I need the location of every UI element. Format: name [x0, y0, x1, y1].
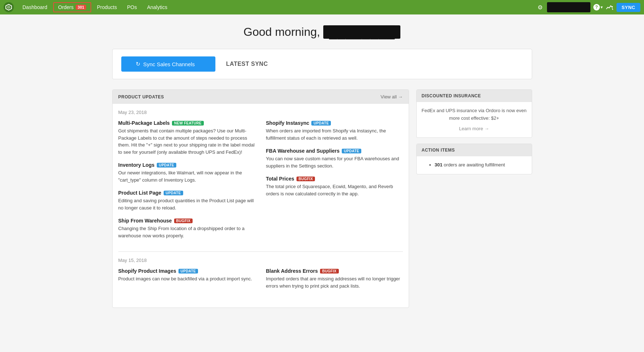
nav-dashboard[interactable]: Dashboard — [18, 3, 52, 12]
update-item-product-list: Product List Page UPDATE Editing and sav… — [118, 190, 255, 211]
greeting-text: Good morning, ████████ — [112, 25, 532, 39]
nav-orders[interactable]: Orders 301 — [53, 2, 91, 12]
nav-left: Dashboard Orders 301 Products POs Analyt… — [4, 2, 172, 12]
insurance-panel: DISCOUNTED INSURANCE FedEx and UPS insur… — [416, 89, 532, 138]
updates-column: PRODUCT UPDATES View all → May 23, 2018 … — [112, 89, 409, 308]
sidebar-column: DISCOUNTED INSURANCE FedEx and UPS insur… — [416, 89, 532, 180]
user-block[interactable] — [547, 2, 590, 12]
tag-update-2: UPDATE — [164, 191, 183, 195]
tag-bugfix-address: BUGFIX — [320, 269, 339, 273]
nav-products[interactable]: Products — [93, 3, 121, 12]
updates-body: May 23, 2018 Multi-Package Labels NEW FE… — [113, 104, 409, 308]
main-content: Good morning, ████████ ↻ Sync Sales Chan… — [105, 14, 539, 319]
tag-bugfix-prices: BUGFIX — [296, 177, 315, 181]
tag-bugfix: BUGFIX — [174, 219, 193, 223]
update-item-inventory-logs: Inventory Logs UPDATE Our newer integrat… — [118, 162, 255, 183]
view-all-link[interactable]: View all → — [380, 94, 403, 99]
tag-update-fba: UPDATE — [342, 149, 361, 153]
help-button[interactable]: ? ▾ — [593, 4, 603, 10]
update-item-total-prices: Total Prices BUGFIX The total price of S… — [266, 176, 403, 197]
nav-right: ⚙ ? ▾ SYNC — [536, 2, 640, 12]
update-grid-2: Shopify Product Images UPDATE Product im… — [118, 268, 403, 296]
action-item-orders: 301 orders are awaiting fulfillment — [435, 161, 527, 169]
settings-icon[interactable]: ⚙ — [536, 3, 544, 12]
tag-update-shopify-images: UPDATE — [178, 269, 198, 273]
update-item-fba-warehouse: FBA Warehouse and Suppliers UPDATE You c… — [266, 148, 403, 169]
updates-header: PRODUCT UPDATES View all → — [113, 90, 409, 104]
update-item-shopify-images: Shopify Product Images UPDATE Product im… — [118, 268, 255, 283]
metrics-icon[interactable] — [606, 4, 614, 10]
update-date-1: May 23, 2018 — [118, 110, 403, 115]
update-item-ship-from: Ship From Warehouse BUGFIX Changing the … — [118, 218, 255, 239]
tag-new-feature: NEW FEATURE — [172, 121, 204, 126]
orders-badge: 301 — [76, 5, 86, 10]
nav-analytics[interactable]: Analytics — [143, 3, 172, 12]
nav-pos[interactable]: POs — [123, 3, 141, 12]
tag-update-instasync: UPDATE — [311, 121, 331, 126]
update-item-multi-package: Multi-Package Labels NEW FEATURE Got shi… — [118, 120, 255, 156]
insurance-header: DISCOUNTED INSURANCE — [417, 90, 532, 102]
update-col-left: Multi-Package Labels NEW FEATURE Got shi… — [118, 120, 255, 246]
navbar: Dashboard Orders 301 Products POs Analyt… — [0, 0, 644, 14]
update-date-2: May 15, 2018 — [118, 258, 403, 263]
insurance-body: FedEx and UPS insurance via Ordoro is no… — [417, 102, 532, 137]
update-item-shopify-instasync: Shopify Instasync UPDATE When orders are… — [266, 120, 403, 141]
learn-more-link[interactable]: Learn more → — [422, 125, 527, 133]
tag-update: UPDATE — [157, 163, 176, 167]
user-name-redacted: ████████ — [323, 25, 400, 39]
update-grid-1: Multi-Package Labels NEW FEATURE Got shi… — [118, 120, 403, 246]
update-col-right-2: Blank Address Errors BUGFIX Imported ord… — [266, 268, 403, 296]
latest-sync-label: LATEST SYNC — [226, 61, 268, 67]
section-divider — [118, 251, 403, 252]
sync-icon: ↻ — [136, 61, 140, 67]
update-col-left-2: Shopify Product Images UPDATE Product im… — [118, 268, 255, 296]
product-updates-panel: PRODUCT UPDATES View all → May 23, 2018 … — [112, 89, 409, 308]
sync-nav-button[interactable]: SYNC — [616, 3, 640, 12]
sync-panel: ↻ Sync Sales Channels LATEST SYNC — [112, 49, 532, 79]
svg-marker-1 — [7, 5, 10, 9]
app-logo[interactable] — [4, 2, 14, 12]
action-items-body: 301 orders are awaiting fulfillment — [417, 156, 532, 174]
update-col-right: Shopify Instasync UPDATE When orders are… — [266, 120, 403, 246]
sync-channels-button[interactable]: ↻ Sync Sales Channels — [121, 56, 215, 72]
updates-title: PRODUCT UPDATES — [118, 94, 164, 99]
action-items-panel: ACTION ITEMS 301 orders are awaiting ful… — [416, 144, 532, 174]
content-columns: PRODUCT UPDATES View all → May 23, 2018 … — [112, 89, 532, 308]
action-items-header: ACTION ITEMS — [417, 144, 532, 156]
update-item-blank-address: Blank Address Errors BUGFIX Imported ord… — [266, 268, 403, 289]
svg-point-2 — [611, 6, 613, 8]
